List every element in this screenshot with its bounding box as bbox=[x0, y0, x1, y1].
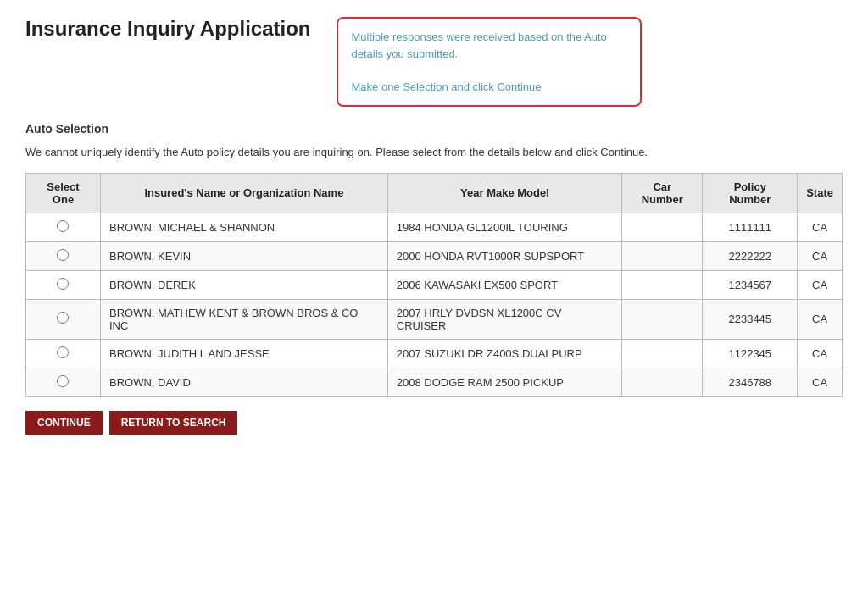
notice-line2: Make one Selection and click Continue bbox=[352, 79, 626, 96]
state: CA bbox=[798, 241, 843, 270]
col-header-policy-number: Policy Number bbox=[703, 173, 798, 213]
year-make-model: 2007 SUZUKI DR Z400S DUALPURP bbox=[387, 339, 621, 368]
year-make-model: 2006 KAWASAKI EX500 SPORT bbox=[387, 270, 621, 299]
page-title: Insurance Inquiry Application bbox=[25, 17, 311, 41]
insured-name: BROWN, DAVID bbox=[100, 368, 387, 396]
insured-name: BROWN, KEVIN bbox=[100, 241, 387, 270]
description: We cannot uniquely identify the Auto pol… bbox=[25, 144, 843, 161]
insured-name: BROWN, MATHEW KENT & BROWN BROS & CO INC bbox=[100, 299, 387, 339]
car-number bbox=[622, 241, 703, 270]
state: CA bbox=[798, 339, 843, 368]
table-row: BROWN, KEVIN2000 HONDA RVT1000R SUPSPORT… bbox=[26, 241, 843, 270]
state: CA bbox=[798, 213, 843, 241]
table-row: BROWN, DEREK2006 KAWASAKI EX500 SPORT123… bbox=[26, 270, 843, 299]
notice-line1: Multiple responses were received based o… bbox=[352, 29, 626, 62]
policy-number: 1111111 bbox=[703, 213, 798, 241]
continue-button[interactable]: CONTINUE bbox=[25, 411, 103, 435]
year-make-model: 2000 HONDA RVT1000R SUPSPORT bbox=[387, 241, 621, 270]
select-radio-4[interactable] bbox=[57, 312, 69, 324]
car-number bbox=[622, 339, 703, 368]
action-buttons: CONTINUE RETURN TO SEARCH bbox=[25, 411, 843, 435]
table-row: BROWN, MICHAEL & SHANNON1984 HONDA GL120… bbox=[26, 213, 843, 241]
col-header-state: State bbox=[798, 173, 843, 213]
col-header-name: Insured's Name or Organization Name bbox=[100, 173, 387, 213]
select-radio-5[interactable] bbox=[57, 346, 69, 358]
table-row: BROWN, MATHEW KENT & BROWN BROS & CO INC… bbox=[26, 299, 843, 339]
state: CA bbox=[798, 299, 843, 339]
policy-number: 2346788 bbox=[703, 368, 798, 396]
policy-number: 1234567 bbox=[703, 270, 798, 299]
table-row: BROWN, DAVID2008 DODGE RAM 2500 PICKUP23… bbox=[26, 368, 843, 396]
section-title: Auto Selection bbox=[25, 122, 843, 136]
auto-selection-table: Select One Insured's Name or Organizatio… bbox=[25, 173, 843, 397]
table-row: BROWN, JUDITH L AND JESSE2007 SUZUKI DR … bbox=[26, 339, 843, 368]
select-radio-6[interactable] bbox=[57, 375, 69, 387]
select-radio-1[interactable] bbox=[57, 220, 69, 232]
year-make-model: 2008 DODGE RAM 2500 PICKUP bbox=[387, 368, 621, 396]
col-header-select: Select One bbox=[26, 173, 101, 213]
insured-name: BROWN, MICHAEL & SHANNON bbox=[100, 213, 387, 241]
state: CA bbox=[798, 270, 843, 299]
notice-box: Multiple responses were received based o… bbox=[337, 17, 642, 107]
return-to-search-button[interactable]: RETURN TO SEARCH bbox=[109, 411, 238, 435]
insured-name: BROWN, DEREK bbox=[100, 270, 387, 299]
policy-number: 2233445 bbox=[703, 299, 798, 339]
car-number bbox=[622, 299, 703, 339]
state: CA bbox=[798, 368, 843, 396]
car-number bbox=[622, 270, 703, 299]
col-header-car-number: Car Number bbox=[622, 173, 703, 213]
car-number bbox=[622, 213, 703, 241]
col-header-model: Year Make Model bbox=[387, 173, 621, 213]
policy-number: 2222222 bbox=[703, 241, 798, 270]
select-radio-3[interactable] bbox=[57, 278, 69, 290]
insured-name: BROWN, JUDITH L AND JESSE bbox=[100, 339, 387, 368]
year-make-model: 2007 HRLY DVDSN XL1200C CV CRUISER bbox=[387, 299, 621, 339]
year-make-model: 1984 HONDA GL1200IL TOURING bbox=[387, 213, 621, 241]
car-number bbox=[622, 368, 703, 396]
select-radio-2[interactable] bbox=[57, 249, 69, 261]
policy-number: 1122345 bbox=[703, 339, 798, 368]
